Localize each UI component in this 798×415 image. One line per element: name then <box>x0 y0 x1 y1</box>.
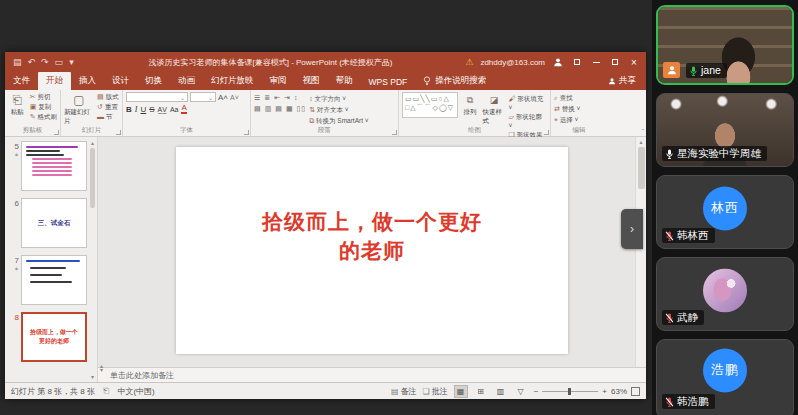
reading-view-button[interactable]: ▥ <box>494 385 508 398</box>
thumbnail-slide-6[interactable]: 6 三、试金石 <box>7 198 89 248</box>
drawing-dialog-launcher[interactable] <box>544 130 549 135</box>
shape-fill-button[interactable]: 🖌 形状填充 ˅ <box>508 95 547 111</box>
meeting-panel-collapse-handle[interactable]: › <box>621 209 643 249</box>
language-indicator[interactable]: 中文(中国) <box>117 386 154 397</box>
participant-tile-wujing[interactable]: 武静 <box>656 257 794 331</box>
thumbnail-slide-7[interactable]: 7✶ <box>7 255 89 305</box>
bullets-icon[interactable]: ☰ <box>254 94 261 102</box>
current-slide[interactable]: 拾级而上，做一个更好 的老师 <box>176 147 568 354</box>
notes-pane[interactable]: ▴▾ 单击此处添加备注 <box>98 367 646 382</box>
smartart-button[interactable]: ⧉ 转换为 SmartArt ˅ <box>309 117 368 126</box>
tab-insert[interactable]: 插入 <box>71 72 104 90</box>
replace-button[interactable]: ⇄ 替换 ˅ <box>554 105 580 114</box>
strikethrough-button[interactable]: S <box>149 105 154 114</box>
reset-button[interactable]: ↺重置 <box>97 102 119 111</box>
indent-decrease-icon[interactable]: ⇤ <box>274 94 281 102</box>
align-left-icon[interactable]: ▤ <box>254 105 262 113</box>
slideshow-view-button[interactable]: ▽ <box>514 385 528 398</box>
columns-icon[interactable]: ▯▯ <box>297 105 307 113</box>
collapse-ribbon-icon[interactable]: ˆ <box>642 128 644 135</box>
tab-review[interactable]: 审阅 <box>262 72 295 90</box>
font-name-combo[interactable]: ⌄ <box>126 92 188 102</box>
minimize-button[interactable] <box>590 57 602 67</box>
char-spacing-icon[interactable]: A̲V̲ <box>158 106 167 113</box>
numbering-icon[interactable]: ≣ <box>264 94 271 102</box>
share-button[interactable]: 共享 <box>598 72 646 90</box>
tab-file[interactable]: 文件 <box>5 72 38 90</box>
arrange-button[interactable]: ⧉ 排列 <box>461 92 480 117</box>
thumbnail-slide-5[interactable]: 5✶ <box>7 141 89 191</box>
indent-increase-icon[interactable]: ⇥ <box>284 94 291 102</box>
tab-home[interactable]: 开始 <box>38 72 71 90</box>
justify-icon[interactable]: ▦ <box>286 105 294 113</box>
start-slideshow-icon[interactable]: ▭ <box>55 58 64 67</box>
undo-icon[interactable]: ↶ <box>28 58 36 67</box>
font-color-button[interactable]: A <box>181 104 186 114</box>
tell-me-search[interactable]: 操作说明搜索 <box>415 72 494 90</box>
ribbon-display-options-icon[interactable] <box>571 57 583 67</box>
shrink-font-icon[interactable]: A˅ <box>230 94 239 101</box>
slide-canvas[interactable]: 拾级而上，做一个更好 的老师 ▴ › <box>98 137 646 367</box>
license-warning-icon[interactable]: ⚠ <box>465 57 473 67</box>
cut-button[interactable]: ✂剪切 <box>30 92 57 101</box>
tab-slideshow[interactable]: 幻灯片放映 <box>203 72 262 90</box>
shapes-gallery[interactable]: ▭▭╲╲▭○△□△⌒⌒◇◯▽ <box>402 92 458 118</box>
participant-tile-hanlinxi[interactable]: 林西 韩林西 <box>656 175 794 249</box>
zoom-in-icon[interactable]: + <box>602 387 607 396</box>
find-button[interactable]: ⌕ 查找 <box>554 94 580 103</box>
fit-to-window-icon[interactable] <box>631 387 640 396</box>
editor-scrollbar[interactable]: ▴ <box>635 137 646 367</box>
align-text-button[interactable]: ⇅ 对齐文本 ˅ <box>309 106 368 115</box>
format-painter-button[interactable]: ✎格式刷 <box>30 112 57 121</box>
clipboard-dialog-launcher[interactable] <box>54 130 59 135</box>
accessibility-icon[interactable]: ⎗ <box>103 386 109 396</box>
section-button[interactable]: ▬节 <box>97 112 119 121</box>
zoom-level[interactable]: 63% <box>611 387 627 396</box>
layout-button[interactable]: ▤版式 <box>97 92 119 101</box>
align-right-icon[interactable]: ▤ <box>275 105 283 113</box>
notes-splitter-icon[interactable]: ▴▾ <box>100 364 103 372</box>
participant-tile-jane[interactable]: jane <box>656 5 794 85</box>
align-center-icon[interactable]: ▥ <box>265 105 273 113</box>
bold-button[interactable]: B <box>126 105 132 114</box>
normal-view-button[interactable]: ▦ <box>454 385 468 398</box>
participant-tile-hanhaopeng[interactable]: 浩鹏 韩浩鹏 <box>656 339 794 415</box>
underline-button[interactable]: U <box>140 105 146 114</box>
qat-dropdown-icon[interactable]: ▾ <box>69 58 74 67</box>
tab-animations[interactable]: 动画 <box>170 72 203 90</box>
tab-design[interactable]: 设计 <box>104 72 137 90</box>
redo-icon[interactable]: ↷ <box>41 58 49 67</box>
font-dialog-launcher[interactable] <box>244 130 249 135</box>
italic-button[interactable]: I <box>135 105 138 114</box>
quick-styles-button[interactable]: ◪ 快速样式 <box>483 92 506 126</box>
font-size-combo[interactable]: ⌄ <box>190 92 216 102</box>
save-icon[interactable]: ▤ <box>13 58 22 67</box>
account-email[interactable]: zdhddy@163.com <box>480 58 545 67</box>
account-avatar-icon[interactable] <box>552 57 564 67</box>
slides-dialog-launcher[interactable] <box>116 130 121 135</box>
thumbnail-scrollbar[interactable]: ▴ ▾ <box>89 139 96 380</box>
change-case-button[interactable]: Aa <box>170 106 179 113</box>
zoom-out-icon[interactable]: − <box>534 387 539 396</box>
comments-toggle-button[interactable]: ❏批注 <box>422 386 447 397</box>
close-button[interactable]: × <box>628 57 640 67</box>
tab-transitions[interactable]: 切换 <box>137 72 170 90</box>
paste-button[interactable]: ⎗ 粘贴 <box>8 92 27 117</box>
tab-view[interactable]: 视图 <box>295 72 328 90</box>
participant-tile-zhouxiong[interactable]: 星海实验中学周雄 <box>656 93 794 167</box>
tab-wps-pdf[interactable]: WPS PDF <box>361 74 416 90</box>
notes-toggle-button[interactable]: ▤备注 <box>391 386 417 397</box>
slide-sorter-view-button[interactable]: ⊞ <box>474 385 488 398</box>
grow-font-icon[interactable]: A˄ <box>218 93 228 102</box>
copy-button[interactable]: ▣复制 <box>30 102 57 111</box>
zoom-slider[interactable] <box>542 391 598 392</box>
maximize-button[interactable] <box>609 57 621 67</box>
thumbnail-slide-8[interactable]: 8 拾级而上，做一个更好的老师 <box>7 312 89 362</box>
slide-title-text[interactable]: 拾级而上，做一个更好 的老师 <box>176 207 568 266</box>
select-button[interactable]: ⌖ 选择 ˅ <box>554 116 580 125</box>
new-slide-button[interactable]: ▢ 新建幻灯片 <box>64 92 94 126</box>
line-spacing-icon[interactable]: ↕ <box>294 94 299 102</box>
text-direction-button[interactable]: ↕ 文字方向 ˅ <box>309 95 368 104</box>
tab-help[interactable]: 帮助 <box>328 72 361 90</box>
paragraph-dialog-launcher[interactable] <box>392 130 397 135</box>
